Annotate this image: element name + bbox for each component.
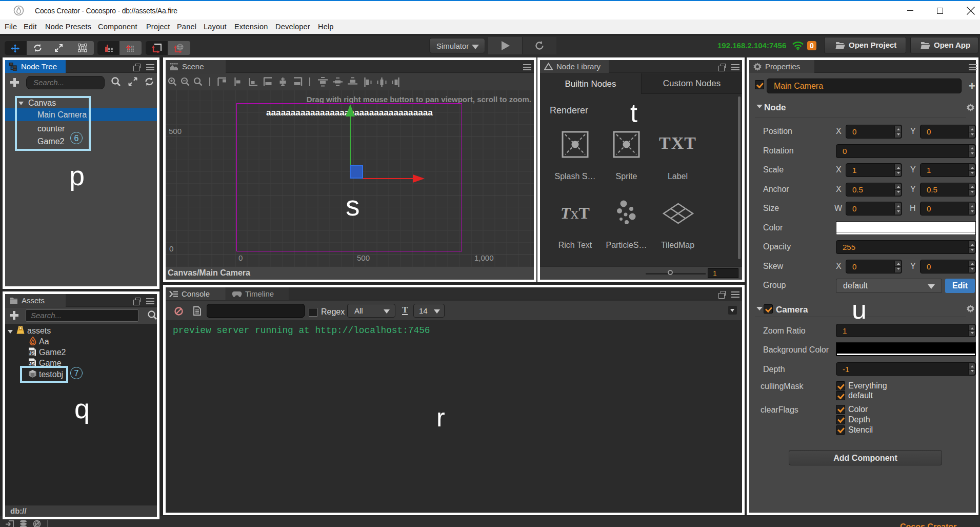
svg-text:JS: JS [29, 350, 34, 356]
